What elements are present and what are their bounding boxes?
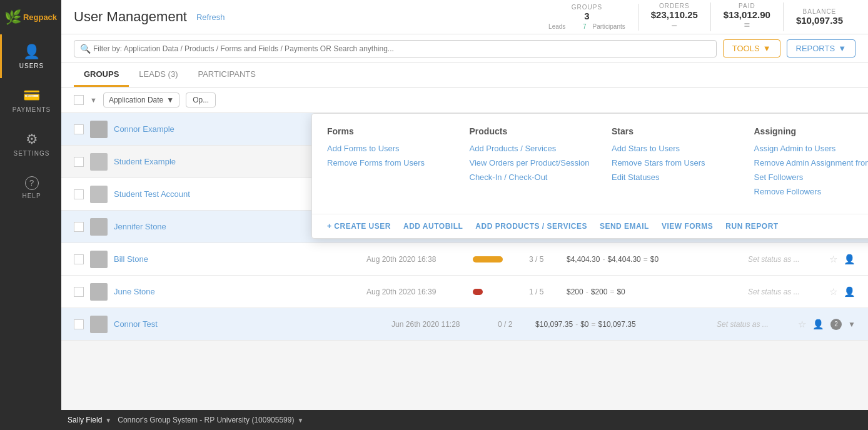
user-name[interactable]: Jennifer Stone (114, 222, 201, 231)
reports-label: REPORTS (796, 44, 835, 53)
user-name[interactable]: Student Example (114, 157, 201, 166)
forms-section-title: Forms (327, 126, 470, 136)
stars-section-title: Stars (612, 126, 754, 136)
tools-chevron-icon: ▼ (763, 44, 771, 53)
progress-bar-wrapper (473, 256, 523, 262)
row-checkbox[interactable] (74, 222, 84, 232)
view-forms-action[interactable]: VIEW FORMS (662, 222, 713, 231)
payments-icon: 💳 (23, 88, 40, 104)
add-forms-item[interactable]: Add Forms to Users (327, 144, 470, 153)
avatar (90, 283, 108, 301)
select-all-checkbox[interactable] (74, 95, 84, 105)
status-col[interactable]: Set status as ... (748, 288, 823, 296)
star-icon[interactable]: ☆ (798, 319, 806, 330)
add-products-services-action[interactable]: ADD PRODUCTS / SERVICES (475, 222, 587, 231)
refresh-link[interactable]: Refresh (196, 12, 225, 22)
expand-badge[interactable]: 2 (830, 319, 842, 330)
paid-value: $13,012.90 (724, 9, 770, 20)
row-checkbox[interactable] (74, 319, 84, 329)
remove-admin-item[interactable]: Remove Admin Assignment from Users (754, 158, 869, 168)
tab-leads[interactable]: LEADS (3) (129, 63, 188, 87)
date-col: Aug 20th 2020 16:38 (366, 255, 467, 264)
add-stars-item[interactable]: Add Stars to Users (612, 144, 754, 153)
money-eq: = (643, 255, 648, 264)
set-followers-item[interactable]: Set Followers (754, 172, 869, 182)
user-name[interactable]: Bill Stone (114, 254, 201, 264)
tab-participants[interactable]: PARTICIPANTS (188, 63, 265, 87)
status-col[interactable]: Set status as ... (717, 320, 792, 329)
avatar (90, 121, 108, 138)
page-title: User Management (74, 9, 187, 25)
expand-icon[interactable]: ▼ (848, 320, 855, 329)
dropdown-footer: + CREATE USER ADD AUTOBILL ADD PRODUCTS … (312, 214, 868, 238)
sidebar-item-users-label: USERS (19, 62, 44, 69)
money-eq: = (610, 288, 614, 296)
date-sort-select[interactable]: Application Date ▼ (103, 92, 179, 108)
star-icon[interactable]: ☆ (829, 254, 837, 265)
row-checkbox[interactable] (74, 254, 84, 264)
reports-chevron-icon: ▼ (838, 44, 846, 53)
sidebar-item-help[interactable]: ? HELP (0, 166, 61, 209)
users-icon: 👤 (23, 44, 40, 60)
header: User Management Refresh GROUPS 3 Leads 7… (61, 0, 868, 34)
star-icon[interactable]: ☆ (829, 286, 837, 298)
search-input[interactable] (74, 40, 717, 58)
row-checkbox[interactable] (74, 189, 84, 199)
avatar (90, 251, 108, 268)
stat-groups: GROUPS 3 Leads 7 Participants (536, 4, 638, 31)
reports-button[interactable]: REPORTS ▼ (787, 39, 855, 58)
groups-label: GROUPS (572, 4, 602, 11)
edit-statuses-item[interactable]: Edit Statuses (612, 172, 754, 182)
status-col[interactable]: Set status as ... (748, 255, 823, 264)
user-name[interactable]: Connor Example (114, 124, 201, 134)
assign-admin-item[interactable]: Assign Admin to Users (754, 144, 869, 153)
user-name[interactable]: Student Test Account (114, 189, 201, 199)
dropdown-section-assigning: Assigning Assign Admin to Users Remove A… (754, 126, 869, 201)
view-orders-item[interactable]: View Orders per Product/Session (470, 158, 612, 168)
money-eq: = (592, 320, 596, 329)
paid-value: $4,404.30 (567, 255, 600, 264)
row-checkbox[interactable] (74, 287, 84, 297)
brand-name: Regpack (23, 12, 57, 22)
remove-followers-item[interactable]: Remove Followers (754, 187, 869, 196)
sidebar-item-users[interactable]: 👤 USERS (0, 34, 61, 78)
search-icon: 🔍 (80, 44, 91, 54)
options-button[interactable]: Op... (186, 92, 216, 108)
remove-stars-item[interactable]: Remove Stars from Users (612, 158, 754, 168)
person-icon[interactable]: 👤 (812, 319, 824, 330)
person-icon[interactable]: 👤 (844, 254, 855, 265)
dropdown-section-products: Products Add Products / Services View Or… (470, 126, 612, 201)
current-org[interactable]: Connor's Group System - RP University (1… (118, 416, 303, 424)
tools-button[interactable]: TOOLS ▼ (723, 39, 780, 58)
sidebar-item-settings[interactable]: ⚙ SETTINGS (0, 122, 61, 166)
create-user-action[interactable]: + CREATE USER (327, 222, 391, 231)
sidebar-item-payments[interactable]: 💳 PAYMENTS (0, 78, 61, 122)
money-group: $4,404.30 - $4,404.30 = $0 (567, 255, 742, 264)
send-email-action[interactable]: SEND EMAIL (600, 222, 649, 231)
run-report-action[interactable]: RUN REPORT (725, 222, 778, 231)
user-name[interactable]: Connor Test (114, 319, 201, 329)
participants-count: 7 (583, 23, 587, 30)
tab-groups[interactable]: GROUPS (74, 63, 129, 87)
add-products-item[interactable]: Add Products / Services (470, 144, 612, 153)
tools-label: TOOLS (732, 44, 760, 53)
user-name[interactable]: June Stone (114, 287, 201, 296)
current-user[interactable]: Sally Field ▼ (68, 416, 111, 424)
stat-balance: BALANCE $10,097.35 (784, 8, 855, 26)
sidebar: 🌿 Regpack 👤 USERS 💳 PAYMENTS ⚙ SETTINGS … (0, 0, 61, 430)
dropdown-section-stars: Stars Add Stars to Users Remove Stars fr… (612, 126, 754, 201)
row-checkbox[interactable] (74, 124, 84, 134)
person-icon[interactable]: 👤 (844, 286, 855, 298)
checkin-item[interactable]: Check-In / Check-Out (470, 172, 612, 182)
add-autobill-action[interactable]: ADD AUTOBILL (403, 222, 463, 231)
tools-dropdown: × Forms Add Forms to Users Remove Forms … (311, 113, 868, 239)
paid-value: $10,097.35 (535, 320, 573, 329)
balance-label: BALANCE (803, 8, 837, 15)
money-dash: - (602, 255, 605, 264)
sidebar-logo: 🌿 Regpack (0, 0, 61, 34)
toolbar: 🔍 TOOLS ▼ REPORTS ▼ (61, 34, 868, 63)
row-checkbox[interactable] (74, 157, 84, 167)
remove-forms-item[interactable]: Remove Forms from Users (327, 158, 470, 168)
header-stats: GROUPS 3 Leads 7 Participants ORDERS $23… (536, 2, 855, 31)
money-dash: - (575, 320, 578, 329)
